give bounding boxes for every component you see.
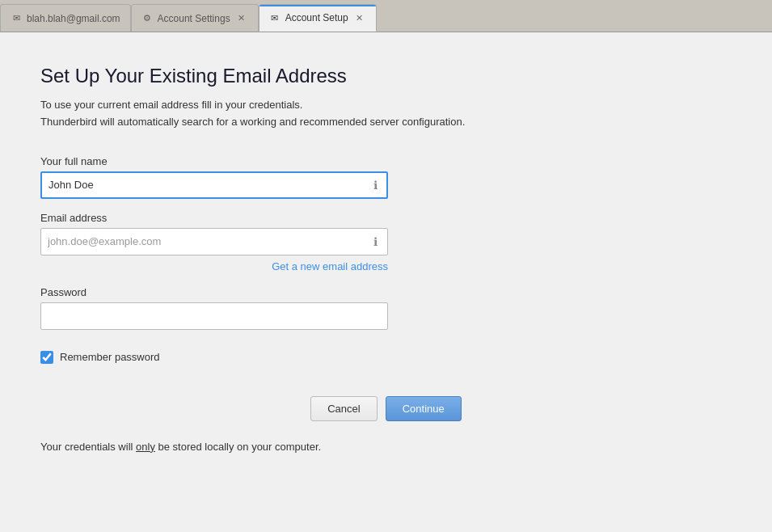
- main-content: Set Up Your Existing Email Address To us…: [0, 32, 772, 532]
- password-input[interactable]: [40, 302, 388, 330]
- continue-button[interactable]: Continue: [386, 396, 462, 421]
- tab-account-setup-label: Account Setup: [285, 12, 348, 23]
- password-field-group: Password: [40, 286, 732, 330]
- button-row: Cancel Continue: [40, 396, 732, 421]
- tab-account-setup[interactable]: ✉ Account Setup ✕: [259, 4, 377, 32]
- full-name-input-wrapper: ℹ: [40, 171, 388, 199]
- tab-email-label: blah.blah@gmail.com: [27, 13, 120, 24]
- email-info-icon[interactable]: ℹ: [369, 235, 382, 248]
- email-label: Email address: [40, 212, 732, 224]
- close-tab-account-setup-button[interactable]: ✕: [353, 11, 366, 24]
- remember-password-checkbox[interactable]: [40, 351, 53, 364]
- cancel-button[interactable]: Cancel: [310, 396, 377, 421]
- email-icon: ✉: [11, 13, 22, 24]
- tab-bar: ✉ blah.blah@gmail.com ⚙ Account Settings…: [0, 0, 772, 32]
- email-input[interactable]: [40, 228, 388, 255]
- get-new-email-link[interactable]: Get a new email address: [272, 260, 388, 272]
- footer-note-emphasis: only: [136, 441, 155, 453]
- remember-password-label[interactable]: Remember password: [60, 351, 160, 363]
- tab-account-settings-label: Account Settings: [158, 13, 230, 24]
- tab-active-indicator: [259, 5, 376, 6]
- tab-account-settings[interactable]: ⚙ Account Settings ✕: [131, 4, 259, 32]
- page-title: Set Up Your Existing Email Address: [40, 65, 732, 87]
- get-new-email-row: Get a new email address: [40, 259, 388, 273]
- password-label: Password: [40, 286, 732, 298]
- subtitle-line1: To use your current email address fill i…: [40, 99, 302, 111]
- full-name-field-group: Your full name ℹ: [40, 155, 732, 199]
- email-input-wrapper: ℹ: [40, 228, 388, 255]
- email-field-group: Email address ℹ Get a new email address: [40, 212, 732, 273]
- tab-email[interactable]: ✉ blah.blah@gmail.com: [0, 4, 131, 32]
- dialog-area: Set Up Your Existing Email Address To us…: [0, 32, 772, 532]
- full-name-input[interactable]: [40, 171, 388, 199]
- subtitle: To use your current email address fill i…: [40, 97, 732, 131]
- full-name-label: Your full name: [40, 155, 732, 167]
- account-setup-form: Your full name ℹ Email address ℹ Get a n…: [40, 155, 732, 364]
- close-tab-account-settings-button[interactable]: ✕: [235, 12, 248, 25]
- remember-password-row: Remember password: [40, 351, 732, 364]
- full-name-info-icon[interactable]: ℹ: [369, 179, 382, 192]
- email-icon-2: ✉: [269, 12, 281, 23]
- subtitle-line2: Thunderbird will automatically search fo…: [40, 116, 465, 128]
- footer-note: Your credentials will only be stored loc…: [40, 441, 732, 453]
- settings-icon: ⚙: [141, 13, 153, 24]
